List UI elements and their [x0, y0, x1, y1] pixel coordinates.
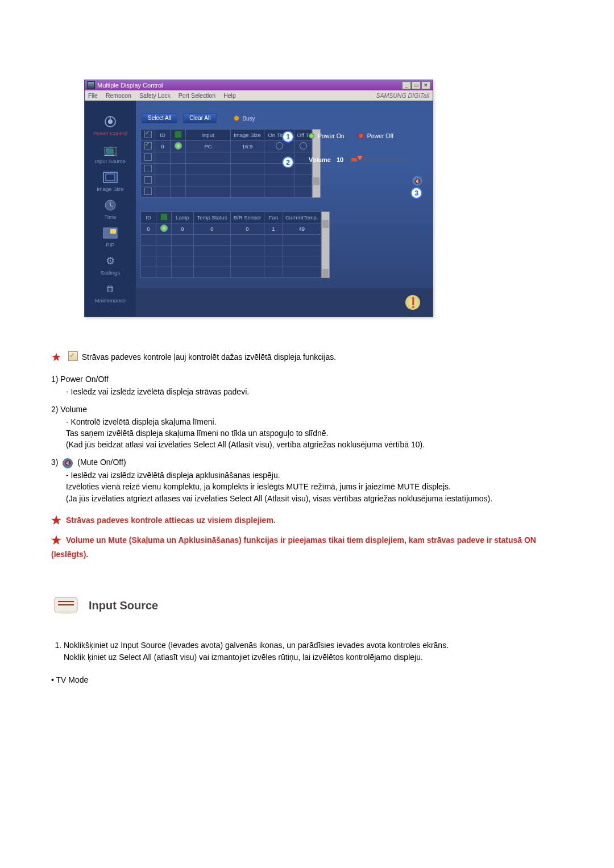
col-fan: Fan: [264, 212, 283, 223]
status-table: ID Lamp Temp.Status B/R Senser Fan Curre…: [140, 211, 321, 278]
menu-port-selection[interactable]: Port Selection: [179, 92, 215, 99]
cell-input: PC: [186, 141, 231, 152]
power-on-button[interactable]: Power On: [309, 132, 345, 139]
sidebar-item-maintenance[interactable]: 🗑 Maintenance: [85, 279, 136, 307]
indicator-icon: [160, 213, 168, 221]
p3-l3: (Ja jūs izvēlaties atgriezt atlases vai …: [66, 494, 492, 503]
row-checkbox[interactable]: [144, 165, 152, 172]
control-panel: Power On Power Off Volume 10: [309, 132, 422, 186]
menu-safety-lock[interactable]: Safety Lock: [139, 92, 171, 99]
cell-fan: 1: [264, 223, 283, 235]
busy-indicator: Busy: [234, 115, 255, 122]
svg-rect-4: [106, 174, 115, 181]
maximize-button[interactable]: ▭: [412, 81, 421, 89]
star-icon: ★: [51, 514, 61, 526]
sidebar-item-image-size[interactable]: Image Size: [85, 168, 136, 196]
input-source-section-icon: [51, 594, 81, 617]
offtimer-radio[interactable]: [300, 142, 307, 149]
minimize-button[interactable]: _: [402, 81, 411, 89]
busy-label: Busy: [242, 115, 255, 122]
p2-l1: - Kontrolē izvelētā displeja skaļuma līm…: [66, 417, 217, 426]
volume-label: Volume: [309, 156, 331, 163]
sidebar-label: Image Size: [97, 186, 124, 192]
input-source-icon: 📺: [102, 142, 118, 157]
scrollbar[interactable]: [321, 211, 330, 278]
check-all[interactable]: [144, 131, 152, 138]
row-checkbox[interactable]: [144, 153, 152, 161]
sidebar-label: Input Source: [95, 158, 126, 164]
image-size-icon: [102, 170, 118, 185]
power-off-dot-icon: [358, 133, 364, 139]
select-all-button[interactable]: Select All: [142, 113, 177, 123]
cell-imagesize: 16:9: [231, 141, 264, 152]
section-header: Input Source: [51, 594, 563, 617]
cell-lamp: 0: [172, 223, 194, 235]
table-row[interactable]: [141, 246, 321, 256]
table-row[interactable]: [141, 235, 321, 246]
cell-currenttemp: 49: [283, 223, 321, 235]
star-note-1: Strāvas padeves kontrole attiecas uz vis…: [66, 516, 276, 525]
col-input: Input: [186, 130, 231, 141]
p1-title: 1) Power On/Off: [51, 375, 109, 384]
svg-rect-12: [58, 604, 74, 605]
sidebar-item-time[interactable]: Time: [85, 196, 136, 223]
menu-help[interactable]: Help: [223, 92, 236, 99]
row-checkbox[interactable]: [144, 188, 152, 195]
row-checkbox[interactable]: [144, 176, 152, 184]
sidebar-item-input-source[interactable]: 📺 Input Source: [85, 140, 136, 168]
sidebar: Power Control 📺 Input Source Image Size: [85, 101, 136, 317]
star-note-2: Volume un Mute (Skaļuma un Apklusināšana…: [51, 535, 536, 559]
callout-2: 2: [282, 156, 294, 168]
svg-rect-11: [58, 601, 74, 602]
table-row[interactable]: [141, 186, 312, 198]
col-imagesize: Image Size: [231, 130, 264, 141]
clear-all-button[interactable]: Clear All: [183, 113, 217, 123]
tv-mode-bullet: • TV Mode: [51, 674, 563, 686]
p2-l2: Tas saņem izvēlētā displeja skaļuma līme…: [66, 429, 328, 438]
volume-slider[interactable]: [351, 158, 408, 161]
power-off-button[interactable]: Power Off: [358, 132, 394, 139]
p3-l2: Izvēloties vienā reizē vienu komplektu, …: [66, 482, 451, 491]
svg-rect-9: [110, 229, 116, 234]
volume-value: 10: [337, 156, 346, 163]
sidebar-label: Maintenance: [95, 297, 126, 304]
menu-file[interactable]: File: [88, 92, 98, 99]
row-checkbox[interactable]: [144, 142, 152, 149]
intro-text: Strāvas padeves kontrole ļauj kontrolēt …: [82, 352, 336, 362]
sidebar-label: PIP: [106, 242, 114, 248]
callout-1: 1: [282, 131, 294, 143]
table-row[interactable]: [141, 267, 321, 278]
titlebar: Multiple Display Control _ ▭ ✕: [85, 80, 433, 90]
table-row[interactable]: [141, 175, 312, 186]
p3-label: (Mute On/Off): [77, 458, 126, 467]
busy-dot-icon: [234, 115, 239, 121]
indicator-icon: [175, 131, 182, 138]
menubar: File Remocon Safety Lock Port Selection …: [85, 90, 433, 101]
table-row[interactable]: [141, 256, 321, 267]
sidebar-item-pip[interactable]: PIP: [85, 223, 136, 251]
menu-remocon[interactable]: Remocon: [106, 92, 131, 99]
app-icon: [87, 81, 95, 89]
sidebar-item-settings[interactable]: ⚙ Settings: [85, 251, 136, 279]
cell-id: 0: [141, 223, 156, 235]
instr-1b: Noklik ķiniet uz Select All (atlasīt vis…: [64, 653, 423, 662]
status-dot-icon: [175, 142, 182, 149]
document-body: ★ Strāvas padeves kontrole ļauj kontrolē…: [51, 349, 563, 686]
col-tempstatus: Temp.Status: [194, 212, 231, 223]
ontimer-radio[interactable]: [276, 142, 283, 149]
power-on-dot-icon: [309, 133, 314, 139]
instr-1: Noklikšķiniet uz Input Source (Ievades a…: [64, 641, 449, 650]
svg-point-13: [56, 610, 76, 614]
power-on-label: Power On: [318, 132, 345, 139]
volume-control: Volume 10: [309, 156, 422, 163]
status-bar: ❗: [136, 288, 433, 317]
star-icon: ★: [51, 351, 61, 363]
maintenance-icon: 🗑: [102, 281, 118, 296]
p1-body: - Ieslēdz vai izslēdz izvēlētā displeja …: [66, 385, 563, 397]
callout-3: 3: [410, 187, 422, 199]
table-row[interactable]: 0 0 0 0 1 49: [141, 223, 321, 235]
main-panel: Select All Clear All Busy 1 2 3: [136, 101, 433, 317]
mute-icon[interactable]: 🔇: [412, 176, 422, 186]
sidebar-item-power-control[interactable]: Power Control: [85, 112, 136, 140]
close-button[interactable]: ✕: [421, 81, 430, 89]
